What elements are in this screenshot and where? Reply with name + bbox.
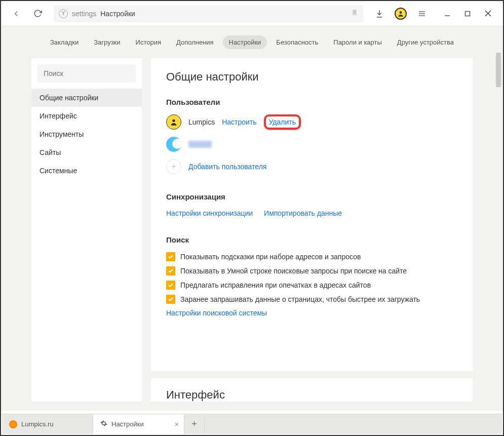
tab-settings[interactable]: Настройки × (93, 414, 184, 434)
tab-close-icon[interactable]: × (175, 420, 179, 428)
svg-point-8 (172, 120, 175, 122)
sidebar-item-general[interactable]: Общие настройки (31, 89, 142, 107)
search-opt-3[interactable]: Предлагать исправления при опечатках в а… (166, 281, 457, 290)
window-minimize-button[interactable] (438, 5, 456, 23)
delete-highlight: Удалить (264, 114, 301, 130)
checkbox-icon (166, 266, 175, 275)
address-title: Настройки (100, 10, 135, 18)
bookmark-icon[interactable] (351, 9, 358, 18)
search-heading: Поиск (166, 235, 457, 244)
scrollbar-thumb[interactable] (496, 53, 501, 87)
users-heading: Пользователи (166, 98, 457, 106)
add-user-row: + Добавить пользователя (166, 159, 457, 174)
site-identity-icon: Y (59, 9, 68, 18)
user-avatar-icon (166, 137, 181, 152)
next-section-preview: Интерфейс (151, 378, 473, 402)
search-opt-2[interactable]: Показывать в Умной строке поисковые запр… (166, 266, 457, 275)
user-name-blurred (188, 141, 212, 148)
search-section: Поиск Показывать подсказки при наборе ад… (166, 235, 457, 317)
address-bar[interactable]: Y settings Настройки (54, 5, 363, 22)
sidebar-item-interface[interactable]: Интерфейс (31, 107, 142, 125)
import-data-link[interactable]: Импортировать данные (264, 209, 342, 217)
settings-main-panel: Общие настройки Пользователи Lumpics Нас… (151, 58, 473, 371)
users-section: Пользователи Lumpics Настроить Удалить (166, 98, 457, 174)
checkbox-label: Показывать в Умной строке поисковые запр… (180, 267, 407, 275)
gear-icon (100, 420, 107, 428)
page-title: Общие настройки (166, 70, 457, 84)
search-opt-1[interactable]: Показывать подсказки при наборе адресов … (166, 252, 457, 261)
tab-lumpics[interactable]: Lumpics.ru (2, 414, 93, 434)
user-row-1: Lumpics Настроить Удалить (166, 114, 457, 130)
sync-section: Синхронизация Настройки синхронизации Им… (166, 192, 457, 217)
nav-devices[interactable]: Другие устройства (391, 35, 460, 49)
sidebar-item-system[interactable]: Системные (31, 162, 142, 180)
menu-button[interactable] (413, 5, 431, 23)
nav-passwords[interactable]: Пароли и карты (327, 35, 388, 49)
address-prefix: settings (72, 10, 96, 18)
page-area: Закладки Загрузки История Дополнения Нас… (1, 26, 503, 411)
back-button[interactable] (7, 5, 25, 23)
new-tab-button[interactable]: + (184, 414, 205, 434)
scrollbar-track[interactable] (495, 53, 502, 386)
avatar-icon (395, 8, 407, 20)
nav-security[interactable]: Безопасность (270, 35, 324, 49)
window-close-button[interactable] (479, 5, 497, 23)
checkbox-icon (166, 281, 175, 290)
user-avatar-icon (166, 114, 181, 130)
svg-rect-5 (466, 11, 470, 16)
configure-user-link[interactable]: Настроить (222, 118, 256, 126)
svg-point-0 (400, 11, 402, 14)
browser-toolbar: Y settings Настройки (1, 1, 503, 26)
checkbox-icon (166, 252, 175, 261)
nav-addons[interactable]: Дополнения (170, 35, 220, 49)
sidebar-search-input[interactable] (37, 64, 136, 83)
sidebar-search-wrap (37, 64, 136, 83)
profile-button[interactable] (392, 5, 410, 23)
nav-settings[interactable]: Настройки (223, 35, 267, 49)
sidebar-item-sites[interactable]: Сайты (31, 143, 142, 162)
nav-history[interactable]: История (130, 35, 167, 49)
user-row-2 (166, 137, 457, 152)
tab-label: Настройки (111, 420, 144, 428)
tab-label: Lumpics.ru (21, 420, 54, 428)
user-name: Lumpics (188, 118, 215, 126)
checkbox-label: Показывать подсказки при наборе адресов … (180, 253, 361, 261)
reload-button[interactable] (28, 5, 47, 23)
downloads-button[interactable] (370, 5, 389, 23)
add-user-link[interactable]: Добавить пользователя (188, 163, 266, 171)
search-opt-4[interactable]: Заранее запрашивать данные о страницах, … (166, 295, 457, 304)
delete-user-link[interactable]: Удалить (269, 118, 296, 126)
search-engine-settings-link[interactable]: Настройки поисковой системы (166, 309, 267, 317)
checkbox-icon (166, 295, 175, 304)
checkbox-label: Предлагать исправления при опечатках в а… (180, 281, 371, 289)
settings-top-nav: Закладки Загрузки История Дополнения Нас… (1, 26, 503, 58)
sync-settings-link[interactable]: Настройки синхронизации (166, 209, 253, 217)
tab-favicon-icon (9, 420, 17, 428)
next-section-title: Интерфейс (166, 388, 457, 402)
nav-bookmarks[interactable]: Закладки (44, 35, 85, 49)
window-maximize-button[interactable] (458, 5, 477, 23)
checkbox-label: Заранее запрашивать данные о страницах, … (180, 295, 420, 303)
nav-downloads[interactable]: Загрузки (88, 35, 126, 49)
add-user-icon: + (166, 159, 181, 174)
sidebar-item-tools[interactable]: Инструменты (31, 125, 142, 143)
tabs-bar: Lumpics.ru Настройки × + (2, 414, 502, 434)
sync-heading: Синхронизация (166, 192, 457, 201)
settings-sidebar: Общие настройки Интерфейс Инструменты Са… (31, 58, 142, 402)
